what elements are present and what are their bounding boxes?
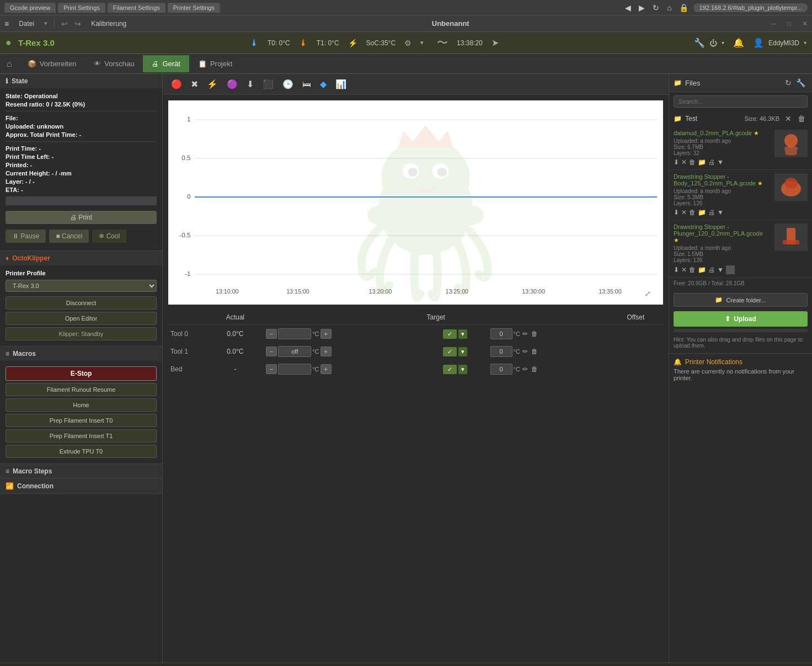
menu-datei[interactable]: Datei: [15, 19, 38, 29]
files-settings-button[interactable]: 🔧: [794, 77, 808, 88]
tool0-target-minus[interactable]: −: [266, 329, 277, 339]
file-print-btn-1[interactable]: 🖨: [708, 158, 715, 166]
tool1-confirm-button[interactable]: ✓: [443, 347, 457, 356]
tool1-offset-input[interactable]: [490, 346, 512, 357]
file-expand-btn-1[interactable]: ▼: [717, 158, 724, 166]
tool0-target-plus[interactable]: +: [320, 329, 332, 339]
files-refresh-button[interactable]: ↻: [783, 77, 794, 88]
address-bar[interactable]: 192.168.2.6/#tab_plugin_plotlytempr...: [693, 3, 808, 12]
pause-button[interactable]: ⏸ Pause: [6, 230, 46, 243]
lightning-icon[interactable]: ⚡: [204, 77, 221, 91]
browser-tab-print[interactable]: Print Settings: [58, 3, 105, 13]
yellow-icon[interactable]: ⬛: [260, 77, 276, 91]
file-delete-btn-3[interactable]: ✕: [681, 266, 687, 274]
tool0-offset-delete[interactable]: 🗑: [530, 329, 539, 339]
file-delete-btn-1[interactable]: ✕: [681, 158, 687, 166]
bed-offset-edit[interactable]: ✏: [521, 364, 529, 374]
filament-runout-button[interactable]: Filament Runout Resume: [6, 383, 157, 396]
tab-vorschau[interactable]: 👁 Vorschau: [85, 55, 143, 72]
tool0-confirm-button[interactable]: ✓: [443, 329, 457, 339]
file-trash-btn-3[interactable]: 🗑: [689, 266, 696, 274]
settings-gear-icon[interactable]: ⚙: [404, 39, 412, 47]
nav-home-button[interactable]: ⌂: [0, 55, 19, 73]
file-download-btn-2[interactable]: ⬇: [674, 209, 679, 216]
file-folder-btn-1[interactable]: 📁: [698, 158, 706, 166]
browser-tab-printer[interactable]: Printer Settings: [168, 3, 220, 13]
wrench-icon[interactable]: 🔧: [694, 38, 705, 48]
prep-filament-t1-button[interactable]: Prep Filament Insert T1: [6, 429, 157, 443]
file-expand-btn-3[interactable]: ▼: [717, 266, 724, 274]
maximize-button[interactable]: □: [787, 20, 791, 28]
stop-icon[interactable]: 🔴: [168, 77, 185, 91]
profile-select-input[interactable]: T-Rex 3.0: [6, 280, 157, 292]
bed-offset-delete[interactable]: 🗑: [530, 364, 539, 374]
redo-icon[interactable]: ↪: [74, 19, 81, 28]
back-button[interactable]: ◀: [622, 2, 634, 13]
tab-vorbereiten[interactable]: 📦 Vorbereiten: [19, 55, 86, 72]
chart-icon[interactable]: 📊: [333, 77, 349, 91]
tool1-offset-delete[interactable]: 🗑: [530, 347, 539, 356]
create-folder-button[interactable]: 📁 Create folder...: [674, 293, 808, 307]
home-nav-button[interactable]: ⌂: [664, 2, 674, 13]
file-delete-btn-2[interactable]: ✕: [681, 209, 687, 216]
estop-button[interactable]: E-Stop: [6, 366, 157, 381]
file-download-btn-3[interactable]: ⬇: [674, 266, 679, 274]
browser-tab-filament[interactable]: Filament Settings: [108, 3, 165, 13]
bed-dropdown-button[interactable]: ▾: [458, 365, 467, 374]
file-print-btn-3[interactable]: 🖨: [708, 266, 715, 274]
bed-target-plus[interactable]: +: [320, 364, 332, 374]
bell-icon[interactable]: 🔔: [733, 38, 744, 48]
tool1-dropdown-button[interactable]: ▾: [458, 347, 467, 356]
home-button[interactable]: Home: [6, 398, 157, 412]
close-chart-icon[interactable]: ✖: [188, 77, 201, 91]
purple-icon[interactable]: 🟣: [224, 77, 241, 91]
tool0-offset-edit[interactable]: ✏: [521, 329, 529, 339]
file-print-btn-2[interactable]: 🖨: [708, 209, 715, 216]
tool1-target-plus[interactable]: +: [320, 347, 332, 356]
username-label[interactable]: EddyMI3D: [768, 39, 799, 47]
bed-offset-input[interactable]: [490, 364, 512, 375]
prep-filament-t0-button[interactable]: Prep Filament Insert T0: [6, 414, 157, 427]
bed-target-input[interactable]: [278, 364, 311, 375]
file-folder-btn-2[interactable]: 📁: [698, 209, 706, 216]
open-editor-button[interactable]: Open Editor: [6, 312, 157, 325]
print-button[interactable]: 🖨 Print: [6, 211, 157, 224]
clock-icon[interactable]: 🕒: [280, 77, 296, 91]
diamond-icon[interactable]: ◆: [317, 77, 329, 91]
file-expand-btn-2[interactable]: ▼: [717, 209, 724, 216]
power-icon[interactable]: ⏻: [709, 39, 717, 47]
bed-icon[interactable]: 🛏: [300, 78, 314, 91]
tool1-offset-edit[interactable]: ✏: [521, 347, 529, 356]
folder-trash-button[interactable]: 🗑: [795, 113, 808, 124]
tool0-target-input[interactable]: [278, 328, 311, 339]
minimize-button[interactable]: ─: [771, 20, 776, 28]
upload-button[interactable]: ⬆ Upload: [674, 311, 808, 327]
hamburger-menu-icon[interactable]: ≡: [4, 19, 9, 28]
file-folder-btn-3[interactable]: 📁: [698, 266, 706, 274]
folder-delete-button[interactable]: ✕: [783, 113, 794, 124]
tool0-dropdown-button[interactable]: ▾: [458, 329, 467, 339]
tool1-target-minus[interactable]: −: [266, 347, 277, 356]
browser-tab-gcode[interactable]: Gcode preview: [4, 3, 56, 13]
file-download-btn-1[interactable]: ⬇: [674, 158, 679, 166]
undo-icon[interactable]: ↩: [61, 19, 68, 28]
reload-button[interactable]: ↻: [650, 2, 662, 13]
forward-button[interactable]: ▶: [636, 2, 648, 13]
file-trash-btn-2[interactable]: 🗑: [689, 209, 696, 216]
disconnect-button[interactable]: Disconnect: [6, 296, 157, 310]
extrude-tpu-button[interactable]: Extrude TPU T0: [6, 445, 157, 458]
tool1-target-input[interactable]: [278, 346, 311, 357]
close-button[interactable]: ✕: [802, 20, 808, 28]
terminal-icon[interactable]: ➤: [492, 38, 499, 48]
file-trash-btn-1[interactable]: 🗑: [689, 158, 696, 166]
cool-button[interactable]: ❄ Cool: [92, 230, 126, 243]
bed-target-minus[interactable]: −: [266, 364, 277, 374]
tool0-offset-input[interactable]: [490, 328, 512, 339]
down-icon[interactable]: ⬇: [244, 77, 257, 91]
menu-kalibrierung[interactable]: Kalibrierung: [88, 19, 130, 29]
search-input[interactable]: [674, 95, 808, 108]
cancel-button[interactable]: ■ Cancel: [49, 230, 89, 243]
tab-projekt[interactable]: 📋 Projekt: [189, 55, 241, 72]
tab-gerat[interactable]: 🖨 Gerät: [143, 55, 189, 72]
bed-confirm-button[interactable]: ✓: [443, 365, 457, 374]
